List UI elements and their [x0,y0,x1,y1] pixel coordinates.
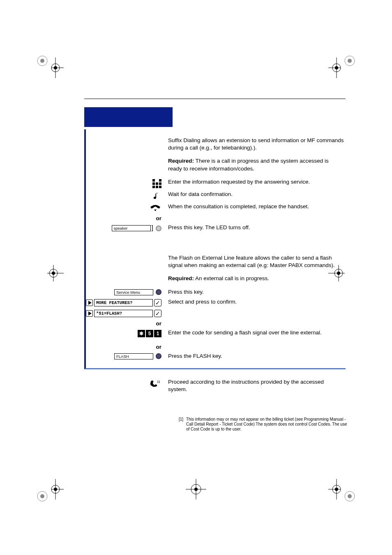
content-column: Suffix Dialing allows an extension to se… [84,129,346,369]
registration-mark-icon [35,259,64,288]
svg-point-7 [348,59,352,63]
step-text: Enter the information requested by the a… [165,178,346,188]
registration-mark-icon [35,53,64,82]
handset-dial-icon [149,379,161,387]
svg-point-38 [157,382,158,383]
svg-point-25 [54,488,57,491]
svg-point-39 [159,382,160,383]
required-text: Required: There is a call in progress an… [165,157,346,172]
step-text: Wait for data confirmation. [165,191,346,200]
svg-point-15 [52,272,55,275]
registration-mark-icon [328,53,357,82]
svg-point-36 [157,381,158,382]
svg-point-35 [194,488,198,491]
svg-point-5 [54,66,57,69]
proceed-text: Proceed according to the instructions pr… [165,378,346,393]
step-text: Press the FLASH key. [165,352,346,360]
intro-text: Suffix Dialing allows an extension to se… [165,137,346,152]
confirm-check-icon: ✓ [154,299,161,306]
registration-mark-icon [186,475,206,504]
svg-point-27 [348,494,352,498]
handset-down-icon [149,204,161,212]
more-features-option: MORE FEATURES? ✓ [86,299,161,306]
tone-icon [152,191,161,200]
step-text: Select and press to confirm. [165,298,346,306]
registration-mark-icon [35,475,64,504]
svg-point-31 [335,488,338,491]
footnote: [1] This information may or may not appe… [179,417,347,432]
step-text: Press this key. The LED turns off. [165,224,346,232]
svg-point-37 [159,381,160,382]
service-menu-key: Service Menu [114,289,161,295]
keypad-icon [152,179,161,188]
or-label: or [156,344,162,350]
intro-text: The Flash on External Line feature allow… [165,254,346,269]
flash-key: FLASH [114,353,161,359]
speaker-key: speaker ] [112,225,161,232]
flash-option: *51=FLASH? ✓ [86,310,161,317]
code-digits: ✱ 5 1 [138,330,161,337]
required-text: Required: An external call is in progres… [165,275,346,282]
step-text: Enter the code for sending a flash signa… [165,329,346,337]
or-label: or [156,320,162,327]
confirm-check-icon: ✓ [154,310,161,317]
horizontal-rule [84,99,346,99]
step-text: When the consultation is completed, repl… [165,203,346,212]
svg-point-21 [40,494,44,498]
step-text: Press this key. [165,288,346,296]
or-label: or [156,215,162,221]
section-banner [84,107,173,127]
svg-point-11 [335,66,338,69]
svg-point-1 [40,59,44,63]
registration-mark-icon [328,475,357,504]
